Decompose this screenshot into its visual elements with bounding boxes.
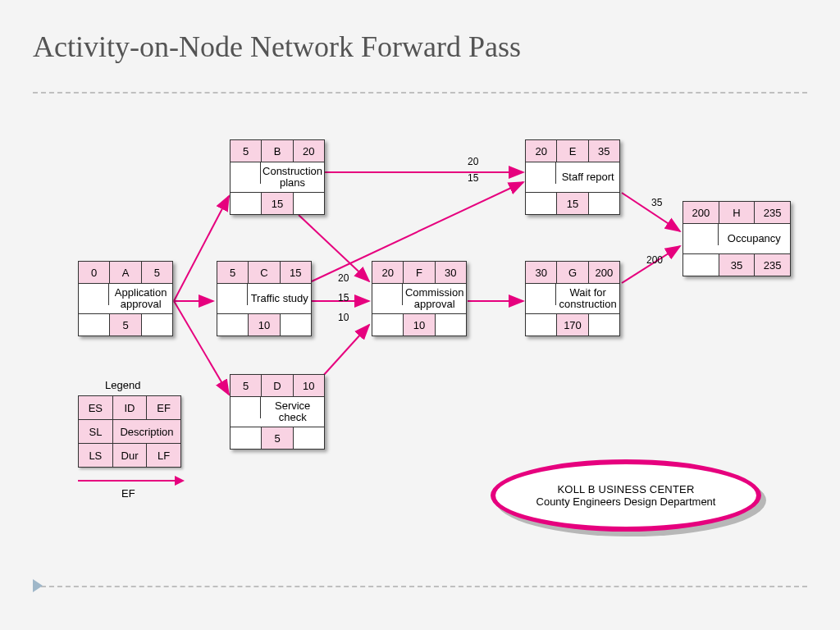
org-badge: KOLL B USINESS CENTER County Engineers D… xyxy=(491,459,761,532)
legend-box: ESIDEF SLDescription LSDurLF xyxy=(78,395,181,468)
activity-node-d: 5D10 Service check 5 xyxy=(230,374,325,450)
activity-node-g: 30G200 Wait for construction 170 xyxy=(525,261,620,336)
activity-node-h: 200H235 Occupancy 35235 xyxy=(682,201,791,276)
activity-node-e: 20E35 Staff report 15 xyxy=(525,139,620,215)
legend-ef-label: EF xyxy=(121,487,135,500)
network-diagram: 20 15 20 15 10 35 200 0A5 Application ap… xyxy=(0,0,840,630)
edge-label: 20 xyxy=(338,272,349,284)
edge-label: 200 xyxy=(646,254,663,266)
edge-label: 35 xyxy=(651,197,662,208)
org-badge-line1: KOLL B USINESS CENTER xyxy=(558,483,695,495)
edge-label: 15 xyxy=(338,292,349,304)
activity-node-a: 0A5 Application approval 5 xyxy=(78,261,173,336)
edge-label: 20 xyxy=(468,156,478,167)
activity-node-f: 20F30 Commission approval 10 xyxy=(372,261,467,336)
activity-node-b: 5B20 Construction plans 15 xyxy=(230,139,325,215)
edge-label: 10 xyxy=(338,312,349,323)
edge-label: 15 xyxy=(468,172,478,184)
activity-node-c: 5C15 Traffic study 10 xyxy=(217,261,312,336)
org-badge-line2: County Engineers Design Department xyxy=(536,495,716,508)
legend-ef-arrow xyxy=(78,472,185,489)
legend-title: Legend xyxy=(105,379,140,391)
